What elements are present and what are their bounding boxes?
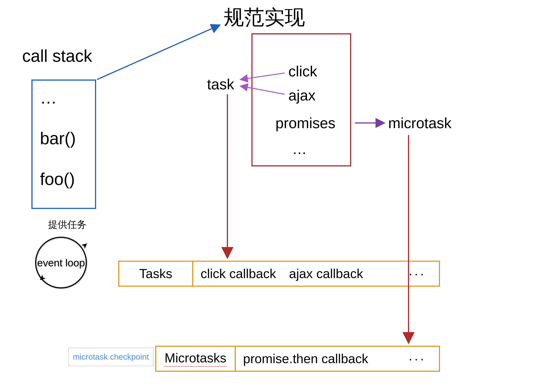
- tasks-queue: Tasks click callback ajax callback ···: [118, 261, 440, 287]
- tasks-cell-ajax: ajax callback: [289, 266, 363, 281]
- microtask-checkpoint-box: microtask checkpoint: [68, 348, 153, 366]
- provide-tasks-label: 提供任务: [48, 218, 87, 231]
- microtasks-queue-header: Microtasks: [156, 347, 236, 371]
- stack-item-ellipsis: …: [40, 88, 57, 107]
- stack-item-bar: bar(): [40, 129, 76, 148]
- spec-item-ellipsis: …: [292, 141, 307, 158]
- call-stack-box: … bar() foo(): [32, 80, 96, 209]
- microtask-label: microtask: [388, 115, 451, 132]
- spec-title: 规范实现: [224, 4, 305, 31]
- task-label: task: [207, 76, 234, 93]
- spec-item-click: click: [288, 63, 317, 80]
- microtasks-queue: Microtasks promise.then callback ···: [155, 346, 440, 372]
- call-stack-title: call stack: [22, 46, 92, 66]
- stack-item-foo: foo(): [40, 169, 75, 189]
- arrow-callstack-to-spec: [97, 25, 220, 80]
- spec-item-promises: promises: [276, 115, 336, 132]
- tasks-cell-more: ···: [409, 266, 432, 281]
- tasks-queue-body: click callback ajax callback ···: [193, 262, 439, 286]
- tasks-queue-header: Tasks: [119, 262, 193, 286]
- tasks-cell-click: click callback: [201, 266, 276, 281]
- spec-item-ajax: ajax: [288, 87, 315, 104]
- microtasks-queue-body: promise.then callback ···: [236, 347, 439, 371]
- microtasks-cell-promise: promise.then callback: [243, 351, 368, 366]
- microtasks-cell-more: ···: [409, 351, 432, 366]
